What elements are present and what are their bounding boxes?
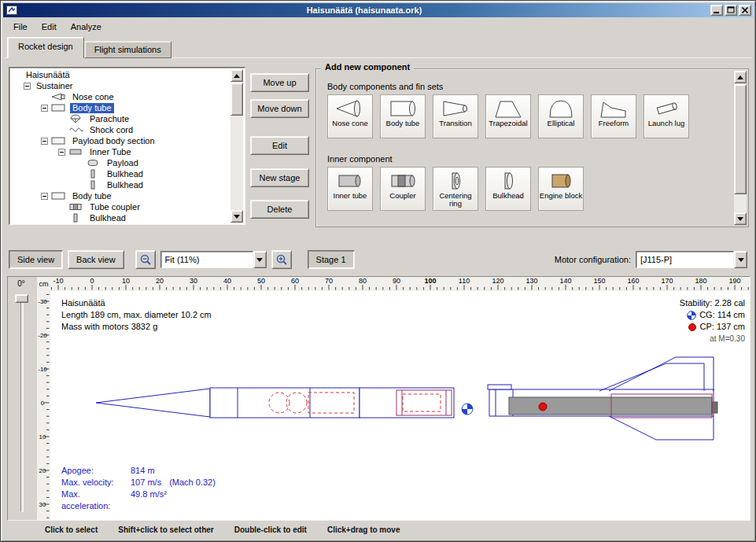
horizontal-ruler: -100102030405060708090100110120130140150… — [50, 277, 750, 291]
svg-text:160: 160 — [627, 277, 639, 285]
scrollbar-thumb[interactable] — [230, 83, 243, 116]
body-components-row: Nose cone Body tube Transition Trapezoid… — [327, 94, 689, 138]
tree-item-tube-coupler[interactable]: Tube coupler — [11, 201, 230, 212]
tree-item-bulkhead[interactable]: Bulkhead — [11, 212, 230, 223]
add-component-panel: Add new component Body components and fi… — [315, 68, 749, 227]
add-bodytube-button[interactable]: Body tube — [380, 94, 426, 138]
add-launchlug-button[interactable]: Launch lug — [644, 94, 689, 138]
tree-item-bodytube[interactable]: Body tube — [11, 102, 230, 113]
tree-item-parachute[interactable]: Parachute — [11, 113, 230, 124]
menu-edit[interactable]: Edit — [35, 20, 63, 34]
menu-file[interactable]: File — [7, 20, 34, 34]
menu-analyze[interactable]: Analyze — [65, 20, 108, 34]
svg-text:180: 180 — [695, 277, 706, 285]
scroll-up-icon[interactable] — [734, 71, 747, 83]
rotation-slider-thumb[interactable] — [15, 294, 28, 303]
svg-text:40: 40 — [223, 277, 231, 285]
svg-text:10: 10 — [39, 433, 46, 441]
motor-configuration-select[interactable]: [J115-P] — [636, 251, 747, 268]
delete-button[interactable]: Delete — [250, 200, 309, 219]
inner-component-label: Inner component — [327, 154, 393, 164]
tree-item-bulkhead[interactable]: Bulkhead — [11, 168, 230, 179]
ruler-unit-label: cm — [37, 277, 50, 291]
collapse-icon[interactable] — [41, 138, 51, 145]
collapse-icon[interactable] — [24, 83, 34, 90]
add-innertube-button[interactable]: Inner tube — [327, 167, 373, 211]
close-icon — [740, 6, 750, 15]
svg-text:120: 120 — [492, 277, 503, 285]
zoom-in-button[interactable] — [271, 250, 292, 269]
tree-item-bulkhead[interactable]: Bulkhead — [11, 179, 230, 190]
maximize-button[interactable] — [725, 5, 737, 16]
new-stage-button[interactable]: New stage — [250, 168, 309, 187]
flight-statistics: Apogee: 814 m Max. velocity: 107 m/s (Ma… — [61, 465, 216, 512]
collapse-icon[interactable] — [41, 105, 51, 112]
coupler-icon — [68, 202, 87, 212]
add-trapezoidal-fin-button[interactable]: Trapezoidal — [485, 94, 531, 138]
rocket-drawing-area[interactable]: Haisunäätä Length 189 cm, max. diameter … — [50, 291, 750, 520]
back-view-button[interactable]: Back view — [68, 250, 124, 269]
zoom-out-button[interactable] — [135, 250, 156, 269]
collapse-icon[interactable] — [58, 149, 68, 156]
scrollbar-thumb[interactable] — [734, 84, 747, 194]
scroll-down-icon[interactable] — [734, 212, 747, 225]
stability-value: Stability: 2.28 cal — [680, 297, 745, 309]
svg-text:130: 130 — [526, 277, 537, 285]
tree-item-innertube[interactable]: Inner Tube — [11, 146, 230, 157]
svg-text:10: 10 — [122, 277, 130, 285]
zoom-level-value: Fit (11%) — [160, 251, 253, 268]
scroll-down-icon[interactable] — [230, 210, 243, 223]
edit-button[interactable]: Edit — [250, 136, 309, 155]
add-freeform-fin-button[interactable]: Freeform — [591, 94, 636, 138]
tree-item-shockcord[interactable]: Shock cord — [11, 124, 230, 135]
title-bar[interactable]: Haisunäätä (haisunaata.ork) — [3, 3, 753, 17]
collapse-icon[interactable] — [41, 193, 51, 200]
move-up-button[interactable]: Move up — [250, 73, 309, 92]
rocket-view-canvas[interactable]: 0° cm -100102030405060708090100110120130… — [7, 276, 750, 521]
cp-marker — [539, 403, 547, 411]
move-down-button[interactable]: Move down — [250, 99, 309, 118]
dropdown-arrow-icon[interactable] — [734, 251, 747, 268]
add-centering-ring-button[interactable]: Centering ring — [433, 167, 478, 211]
svg-text:-10: -10 — [53, 277, 63, 285]
stage-1-button[interactable]: Stage 1 — [308, 250, 355, 269]
rotation-slider-track[interactable] — [20, 297, 24, 512]
tree-item-nosecone[interactable]: Nose cone — [11, 91, 230, 102]
add-coupler-button[interactable]: Coupler — [380, 167, 426, 211]
tree-item-payload-section[interactable]: Payload body section — [11, 135, 230, 146]
add-engine-block-button[interactable]: Engine block — [538, 167, 584, 211]
svg-text:80: 80 — [359, 277, 367, 285]
add-nosecone-button[interactable]: Nose cone — [327, 94, 373, 138]
rotation-angle-label: 0° — [8, 279, 35, 288]
dropdown-arrow-icon[interactable] — [253, 251, 267, 268]
tree-scrollbar[interactable] — [230, 69, 243, 223]
bulkhead-icon — [493, 170, 523, 191]
add-bulkhead-button[interactable]: Bulkhead — [485, 167, 531, 211]
bodytube-icon — [51, 136, 70, 146]
svg-text:30: 30 — [39, 501, 46, 508]
component-tree-panel: Haisunäätä Sustainer Nose cone — [9, 67, 245, 225]
tree-item-stage[interactable]: Sustainer — [11, 80, 230, 91]
mach-condition: at M=0.30 — [680, 333, 745, 345]
tree-item-payload[interactable]: Payload — [11, 157, 230, 168]
tree-item-rocket[interactable]: Haisunäätä — [11, 69, 230, 80]
add-elliptical-fin-button[interactable]: Elliptical — [538, 94, 584, 138]
cp-icon — [688, 323, 697, 332]
zoom-level-select[interactable]: Fit (11%) — [160, 251, 267, 268]
side-view-button[interactable]: Side view — [9, 250, 63, 269]
scroll-up-icon[interactable] — [230, 69, 243, 82]
nosecone-icon — [335, 98, 365, 119]
close-button[interactable] — [739, 5, 751, 16]
add-transition-button[interactable]: Transition — [433, 94, 478, 138]
minimize-button[interactable] — [710, 5, 723, 16]
bodytube-icon — [51, 191, 70, 201]
tab-rocket-design[interactable]: Rocket design — [7, 37, 84, 58]
add-panel-scrollbar[interactable] — [734, 71, 747, 225]
bodytube-icon — [388, 98, 418, 119]
tree-item-bodytube2[interactable]: Body tube — [11, 190, 230, 201]
parachute-icon — [68, 114, 87, 124]
motor-configuration-value: [J115-P] — [636, 251, 734, 268]
tab-flight-simulations[interactable]: Flight simulations — [84, 41, 171, 58]
freeform-fin-icon — [599, 98, 629, 119]
component-tree[interactable]: Haisunäätä Sustainer Nose cone — [11, 69, 230, 223]
